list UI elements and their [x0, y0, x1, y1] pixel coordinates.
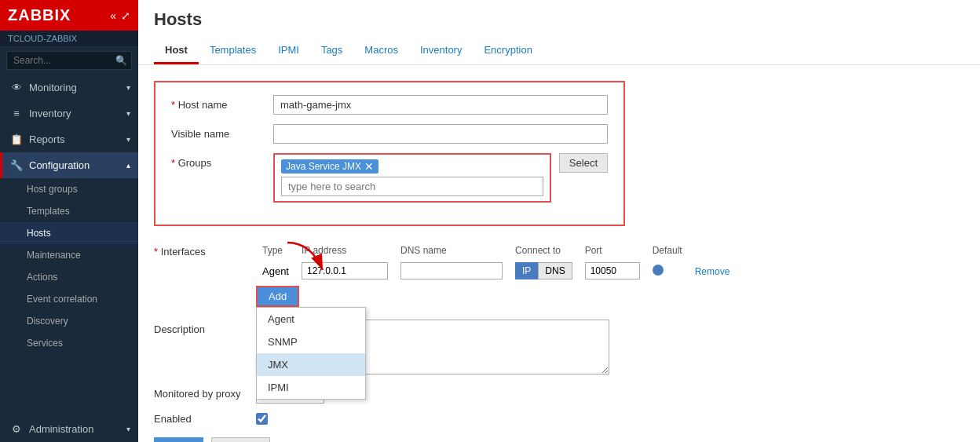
interface-default-cell [646, 259, 689, 283]
dropdown-item-agent[interactable]: Agent [257, 308, 365, 331]
interface-connect-cell: IP DNS [509, 259, 579, 283]
sidebar-sub-item-templates[interactable]: Templates [0, 200, 138, 222]
ip-input[interactable] [302, 262, 388, 279]
interfaces-row: Interfaces Type IP address DNS name Conn… [154, 242, 964, 307]
visible-name-input[interactable] [273, 124, 608, 144]
sub-item-label: Host groups [27, 184, 78, 195]
admin-icon: ⚙ [10, 423, 23, 435]
tab-encryption[interactable]: Encryption [473, 38, 543, 64]
inventory-icon: ≡ [10, 108, 23, 119]
sidebar-item-configuration[interactable]: 🔧 Configuration ▴ [0, 152, 138, 178]
main-content: Hosts Host Templates IPMI Tags Macros In… [138, 0, 980, 442]
dns-col-header: DNS name [394, 242, 509, 259]
groups-search-input[interactable] [281, 177, 543, 196]
host-info-section: Host name Visible name Groups Java Se [154, 81, 625, 226]
main-header: Hosts Host Templates IPMI Tags Macros In… [138, 0, 980, 65]
dropdown-item-snmp[interactable]: SNMP [257, 331, 365, 353]
sidebar-item-monitoring[interactable]: 👁 Monitoring ▾ [0, 75, 138, 100]
search-icon: 🔍 [115, 55, 127, 66]
tab-inventory[interactable]: Inventory [409, 38, 473, 64]
sidebar-item-inventory[interactable]: ≡ Inventory ▾ [0, 100, 138, 126]
enabled-checkbox[interactable] [256, 413, 268, 425]
port-col-header: Port [579, 242, 646, 259]
sidebar-sub-item-host-groups[interactable]: Host groups [0, 178, 138, 200]
group-tag: Java Service JMX ✕ [281, 159, 378, 174]
actions-col-header [689, 242, 737, 259]
sub-item-label: Actions [27, 272, 57, 283]
sidebar-item-label: Reports [29, 133, 65, 145]
chevron-down-icon: ▾ [126, 83, 130, 92]
chevron-down-icon: ▾ [126, 425, 130, 433]
monitoring-icon: 👁 [10, 82, 23, 93]
sidebar-item-administration[interactable]: ⚙ Administration ▾ [0, 416, 138, 442]
bottom-buttons: Add Cancel [154, 437, 964, 442]
tab-tags[interactable]: Tags [310, 38, 353, 64]
sidebar-sub-item-event-correlation[interactable]: Event correlation [0, 288, 138, 310]
groups-label: Groups [171, 153, 273, 169]
visible-name-row: Visible name [171, 124, 608, 144]
enabled-label: Enabled [154, 413, 256, 425]
sub-item-label: Hosts [27, 228, 51, 239]
enabled-row: Enabled [154, 413, 964, 425]
ip-dns-toggle: IP DNS [515, 262, 572, 279]
select-button[interactable]: Select [559, 153, 608, 173]
dns-input[interactable] [400, 262, 503, 279]
group-tag-remove[interactable]: ✕ [364, 161, 374, 172]
tab-bar: Host Templates IPMI Tags Macros Inventor… [154, 38, 964, 64]
group-tag-label: Java Service JMX [286, 161, 361, 172]
form-cancel-button[interactable]: Cancel [211, 437, 269, 442]
sidebar-header-icons: « ⤢ [110, 9, 130, 22]
main-body: Host name Visible name Groups Java Se [138, 65, 980, 442]
default-col-header: Default [646, 242, 689, 259]
sidebar-sub-item-discovery[interactable]: Discovery [0, 310, 138, 332]
search-input[interactable] [6, 51, 132, 70]
sidebar-item-label: Configuration [29, 159, 90, 171]
tab-host[interactable]: Host [154, 38, 199, 64]
sidebar-item-label: Inventory [29, 108, 71, 119]
logo: ZABBIX [8, 6, 71, 24]
sub-item-label: Maintenance [27, 250, 81, 261]
sidebar-sub-item-hosts[interactable]: Hosts [0, 222, 138, 244]
form-add-button[interactable]: Add [154, 437, 203, 442]
sidebar-sub-item-maintenance[interactable]: Maintenance [0, 244, 138, 266]
sidebar: ZABBIX « ⤢ TCLOUD-ZABBIX 🔍 👁 Monitoring … [0, 0, 138, 442]
sub-item-label: Discovery [27, 316, 68, 327]
proxy-label: Monitored by proxy [154, 388, 256, 400]
groups-field-wrap: Java Service JMX ✕ [273, 153, 551, 203]
sidebar-sub-item-actions[interactable]: Actions [0, 266, 138, 288]
default-radio[interactable] [653, 265, 664, 276]
sub-item-label: Services [27, 338, 63, 349]
dropdown-item-jmx[interactable]: JMX [257, 353, 365, 376]
interfaces-table: Type IP address DNS name Connect to Port… [256, 242, 736, 283]
sidebar-item-reports[interactable]: 📋 Reports ▾ [0, 126, 138, 152]
instance-label: TCLOUD-ZABBIX [0, 31, 138, 46]
visible-name-label: Visible name [171, 124, 273, 140]
sub-item-label: Event correlation [27, 294, 97, 305]
page-title: Hosts [154, 9, 964, 30]
chevron-up-icon: ▴ [126, 161, 130, 170]
sidebar-header: ZABBIX « ⤢ [0, 0, 138, 31]
remove-interface-link[interactable]: Remove [695, 266, 730, 277]
expand-icon[interactable]: ⤢ [121, 9, 130, 22]
add-interface-button[interactable]: Add [256, 286, 299, 307]
interface-port-cell [579, 259, 646, 283]
groups-box[interactable]: Java Service JMX ✕ [273, 153, 551, 203]
table-row: Agent IP DNS [256, 259, 736, 283]
sidebar-sub-item-services[interactable]: Services [0, 332, 138, 354]
search-area: 🔍 [0, 46, 138, 75]
dropdown-item-ipmi[interactable]: IPMI [257, 376, 365, 399]
groups-row: Groups Java Service JMX ✕ Select [171, 153, 608, 203]
host-name-field-wrap [273, 95, 608, 115]
sidebar-item-label: Monitoring [29, 82, 77, 93]
interface-ip-cell [295, 259, 394, 283]
tab-ipmi[interactable]: IPMI [267, 38, 310, 64]
connect-col-header: Connect to [509, 242, 579, 259]
tab-macros[interactable]: Macros [353, 38, 409, 64]
ip-button[interactable]: IP [515, 262, 538, 279]
collapse-icon[interactable]: « [110, 9, 116, 22]
port-input[interactable] [585, 262, 640, 279]
tab-templates[interactable]: Templates [199, 38, 267, 64]
dns-button[interactable]: DNS [538, 262, 572, 279]
host-name-input[interactable] [273, 95, 608, 115]
add-dropdown-wrap: Add Agent SNMP JMX IPMI [256, 286, 299, 307]
